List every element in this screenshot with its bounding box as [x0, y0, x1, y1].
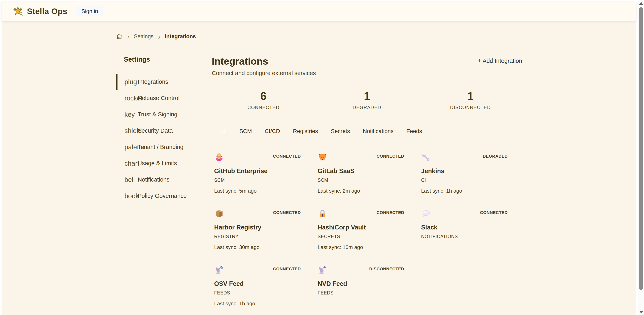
tab-registries[interactable]: Registries	[293, 128, 318, 134]
sidebar-item-notifications[interactable]: bellNotifications	[116, 171, 193, 188]
tab-feeds[interactable]: Feeds	[406, 128, 422, 134]
page-title: Integrations	[212, 56, 316, 67]
shield-icon: shield	[124, 127, 138, 135]
status-badge: DEGRADED	[483, 154, 508, 159]
bell-icon: bell	[124, 176, 138, 184]
integration-category: SCM	[214, 178, 315, 183]
sidebar-item-trust-signing[interactable]: keyTrust & Signing	[116, 106, 193, 123]
vertical-scrollbar[interactable]	[638, 0, 644, 315]
integration-name: Jenkins	[421, 167, 522, 175]
integration-name: Slack	[421, 224, 522, 231]
tab-notifications[interactable]: Notifications	[363, 128, 394, 134]
sidebar-item-tenant-branding[interactable]: paletteTenant / Branding	[116, 139, 193, 155]
scrollbar-thumb[interactable]	[639, 7, 643, 290]
status-badge: CONNECTED	[273, 266, 301, 271]
integration-name: HashiCorp Vault	[318, 224, 419, 231]
stat-label: DEGRADED	[315, 105, 419, 110]
last-sync-text: Last sync: 5m ago	[214, 188, 315, 194]
stat-degraded: 1DEGRADED	[315, 91, 419, 110]
sidebar-item-label: Release Control	[138, 95, 180, 101]
stat-disconnected: 1DISCONNECTED	[419, 91, 522, 110]
tab-scm[interactable]: SCM	[240, 128, 252, 134]
sidebar-item-label: Usage & Limits	[138, 160, 177, 167]
integration-name: Harbor Registry	[214, 224, 315, 231]
status-badge: CONNECTED	[480, 210, 508, 215]
integration-card-harbor-registry[interactable]: CONNECTEDHarbor RegistryREGISTRYLast syn…	[212, 209, 315, 254]
integrations-content: Integrations Connect and configure exter…	[212, 56, 522, 310]
content-container: Settings Integrations Settings plugInteg…	[116, 21, 522, 310]
tab-secrets[interactable]: Secrets	[331, 128, 350, 134]
lock-icon	[318, 209, 327, 219]
sidebar-title: Settings	[124, 56, 193, 63]
sidebar-item-label: Tenant / Branding	[138, 144, 184, 150]
status-badge: DISCONNECTED	[369, 266, 404, 271]
last-sync-text: Last sync: 1h ago	[421, 188, 522, 194]
app-title: Stella Ops	[27, 7, 68, 16]
integration-card-slack[interactable]: CONNECTEDSlackNOTIFICATIONS	[419, 209, 522, 254]
sign-in-button[interactable]: Sign in	[76, 7, 104, 16]
key-icon: key	[124, 111, 138, 118]
sidebar-item-integrations[interactable]: plugIntegrations	[116, 74, 193, 90]
status-badge: CONNECTED	[376, 210, 404, 215]
chevron-right-icon	[126, 35, 130, 39]
status-badge: CONNECTED	[273, 154, 301, 159]
home-icon[interactable]	[116, 33, 123, 40]
last-sync-text: Last sync: 1h ago	[214, 300, 315, 307]
stat-connected: 6CONNECTED	[212, 91, 315, 110]
integration-cards-grid: CONNECTEDGitHub EnterpriseSCMLast sync: …	[212, 153, 522, 310]
sidebar-item-label: Notifications	[138, 176, 170, 183]
integration-name: GitHub Enterprise	[214, 167, 315, 175]
integration-card-nvd-feed[interactable]: DISCONNECTEDNVD FeedFEEDS	[315, 265, 419, 310]
integration-category: NOTIFICATIONS	[421, 234, 522, 239]
fox-icon	[318, 153, 327, 162]
integration-card-hashicorp-vault[interactable]: CONNECTEDHashiCorp VaultSECRETSLast sync…	[315, 209, 419, 254]
integration-card-jenkins[interactable]: DEGRADEDJenkinsCILast sync: 1h ago	[419, 153, 522, 197]
scrollbar-down-arrow-icon[interactable]	[639, 311, 643, 313]
stat-value: 1	[315, 91, 419, 102]
satellite-icon	[214, 265, 224, 275]
top-bar: Stella Ops Sign in	[2, 2, 636, 21]
tab-ci-cd[interactable]: CI/CD	[265, 128, 280, 134]
page-background: Settings Integrations Settings plugInteg…	[2, 21, 636, 315]
stella-logo-icon	[13, 6, 23, 16]
sidebar-item-release-control[interactable]: rocketRelease Control	[116, 90, 193, 106]
breadcrumb: Settings Integrations	[116, 33, 522, 40]
rocket-icon: rocket	[124, 94, 138, 102]
palette-icon: palette	[124, 143, 138, 151]
page-header-text: Integrations Connect and configure exter…	[212, 56, 316, 77]
book-icon: book	[124, 192, 138, 200]
sidebar-item-security-data[interactable]: shieldSecurity Data	[116, 123, 193, 139]
breadcrumb-item-settings[interactable]: Settings	[134, 34, 154, 40]
integration-name: GitLab SaaS	[318, 167, 419, 175]
integration-card-osv-feed[interactable]: CONNECTEDOSV FeedFEEDSLast sync: 1h ago	[212, 265, 315, 310]
chart-icon: chart	[124, 160, 138, 167]
stat-label: CONNECTED	[212, 105, 315, 110]
breadcrumb-item-integrations: Integrations	[165, 34, 196, 40]
integration-category: FEEDS	[214, 290, 315, 296]
page-header: Integrations Connect and configure exter…	[212, 56, 522, 77]
sidebar-item-usage-limits[interactable]: chartUsage & Limits	[116, 155, 193, 171]
stat-value: 1	[419, 91, 522, 102]
settings-layout: Settings plugIntegrationsrocketRelease C…	[116, 56, 522, 310]
integration-card-github-enterprise[interactable]: CONNECTEDGitHub EnterpriseSCMLast sync: …	[212, 153, 315, 197]
last-sync-text: Last sync: 2m ago	[318, 188, 419, 194]
integration-name: NVD Feed	[318, 280, 419, 287]
status-badge: CONNECTED	[376, 154, 404, 159]
stat-label: DISCONNECTED	[419, 105, 522, 110]
chevron-right-icon	[157, 35, 161, 39]
sidebar-item-label: Policy Governance	[138, 193, 187, 199]
integration-category: CI	[421, 178, 522, 183]
integration-category: SCM	[318, 178, 419, 183]
scrollbar-up-arrow-icon[interactable]	[639, 2, 643, 5]
category-tabs: AllSCMCI/CDRegistriesSecretsNotification…	[212, 128, 522, 134]
status-summary: 6CONNECTED1DEGRADED1DISCONNECTED	[212, 91, 522, 110]
tab-all[interactable]: All	[220, 128, 226, 134]
package-icon	[214, 209, 224, 219]
last-sync-text: Last sync: 10m ago	[318, 244, 419, 250]
wrench-icon	[421, 153, 431, 162]
speech-balloon-icon	[421, 209, 431, 219]
integration-card-gitlab-saas[interactable]: CONNECTEDGitLab SaaSSCMLast sync: 2m ago	[315, 153, 419, 197]
stat-value: 6	[212, 91, 315, 102]
add-integration-button[interactable]: + Add Integration	[478, 58, 522, 64]
sidebar-item-policy-governance[interactable]: bookPolicy Governance	[116, 188, 193, 204]
